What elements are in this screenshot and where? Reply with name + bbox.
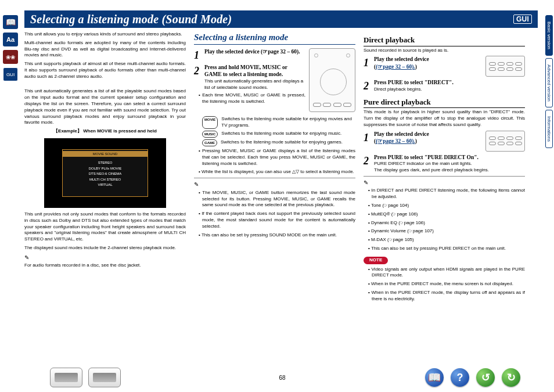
direct-heading: Direct playback <box>364 35 525 46</box>
adjust-item: • Tone (☞page 104) <box>368 203 525 209</box>
symbol-icon[interactable]: ❀❀ <box>3 50 18 64</box>
page-title-bar: Selecting a listening mode (Sound Mode) … <box>24 10 538 28</box>
note-bullet: • This can also be set by pressing SOUND… <box>199 232 355 239</box>
step-2: 2 Press and hold MOVIE, MUSIC or GAME to… <box>194 64 305 91</box>
page-number: 68 <box>279 375 285 381</box>
right-tab-rail: Basic version Advanced version Informati… <box>544 0 554 392</box>
step-1: 1 Play the selected device (☞page 32 – 6… <box>194 48 305 62</box>
note-bullet: • The MOVIE, MUSIC, or GAME button memor… <box>199 190 355 208</box>
mode-row-game: GAMESwitches to the listening mode suita… <box>202 139 355 146</box>
direct-step-1: 1 Play the selected device((☞page 32 – 6… <box>364 56 482 71</box>
pure-heading: Pure direct playback <box>364 97 525 109</box>
book-icon[interactable]: 📖 <box>3 15 18 29</box>
mode-row-music: MUSICSwitches to the listening mode suit… <box>202 131 355 138</box>
pencil-icon: ✎ <box>194 181 355 189</box>
note-item: • When in the PURE DIRECT mode, the menu… <box>368 281 525 287</box>
example-item: MULTI CH STEREO <box>63 177 148 183</box>
example-label: 【Example】 When MOVIE is pressed and held <box>24 128 186 135</box>
tab-basic[interactable]: Basic version <box>545 15 553 56</box>
intro-p3: This unit supports playback of almost al… <box>24 61 186 80</box>
remote-small-diagram <box>485 131 525 152</box>
prev-page-icon[interactable]: ↺ <box>476 368 495 387</box>
gui-badge: GUI <box>513 15 532 24</box>
direct-step-2: 2 Press PURE to select "DIRECT".Direct p… <box>364 79 525 93</box>
intro-p1: This unit allows you to enjoy various ki… <box>24 31 186 38</box>
example-item: DTS NEO:6 CINEMA <box>63 171 148 177</box>
note-item: • Video signals are only output when HDM… <box>368 267 525 279</box>
column-1: This unit allows you to enjoy various ki… <box>24 31 186 305</box>
device-rear-button[interactable] <box>88 368 121 387</box>
note-badge: NOTE <box>364 257 388 264</box>
pure-intro: This mode is for playback in higher soun… <box>364 109 525 128</box>
example-item: STEREO <box>63 160 148 166</box>
game-icon: GAME <box>202 139 217 146</box>
main-content: Selecting a listening mode (Sound Mode) … <box>21 0 544 392</box>
bullet: • While the list is displayed, you can a… <box>199 169 355 175</box>
column-3: Direct playback Sound recorded in source… <box>364 31 525 305</box>
example-header: MOVIE SOUND <box>63 151 148 157</box>
note-bullet: • If the content played back does not su… <box>199 211 355 229</box>
tab-advanced[interactable]: Advanced version <box>545 58 553 108</box>
adjust-item: • Dynamic Volume (☞page 107) <box>368 228 525 235</box>
movie-icon: MOVIE <box>202 116 218 129</box>
remote-diagram <box>309 48 355 112</box>
pencil-icon: ✎ <box>24 254 186 262</box>
pencil-icon: ✎ <box>364 179 525 187</box>
tab-info[interactable]: Informations <box>545 110 553 148</box>
column-2: Selecting a listening mode 1 Play the se… <box>194 31 355 305</box>
direct-intro: Sound recorded in source is played as is… <box>364 48 525 54</box>
example-item: DOLBY PLIIx MOVIE <box>63 166 148 172</box>
next-page-icon[interactable]: ↻ <box>502 368 520 387</box>
remote-small-diagram <box>485 56 525 77</box>
glossary-icon[interactable]: Aa <box>3 33 18 46</box>
example-screenshot: MOVIE SOUND STEREO DOLBY PLIIx MOVIE DTS… <box>44 138 166 208</box>
pure-step-2: 2 Press PURE to select "PURE DIRECT On".… <box>364 154 525 174</box>
section-subhead: Selecting a listening mode <box>194 31 355 45</box>
page-footer: 68 📖 ? ↺ ↻ <box>21 368 544 387</box>
intro-p6: The displayed sound modes include the 2-… <box>24 245 186 251</box>
bullet: • Pressing MOVIE, MUSIC or GAME displays… <box>199 148 355 167</box>
adjust-intro: • In DIRECT and PURE DIRECT listening mo… <box>368 188 525 200</box>
intro-p4: This unit automatically generates a list… <box>24 88 186 126</box>
left-icon-rail: 📖 Aa ❀❀ GUI <box>0 0 21 392</box>
page-title: Selecting a listening mode (Sound Mode) <box>30 13 232 26</box>
note-item: • When in the PURE DIRECT mode, the disp… <box>368 290 525 303</box>
example-item: VIRTUAL <box>63 182 148 188</box>
contents-icon[interactable]: 📖 <box>425 368 444 387</box>
gui-icon[interactable]: GUI <box>3 67 18 81</box>
device-front-button[interactable] <box>50 368 82 387</box>
intro-p5: This unit provides not only sound modes … <box>24 211 186 243</box>
help-icon[interactable]: ? <box>451 368 469 387</box>
adjust-item: • MultEQ® (☞page 106) <box>368 211 525 218</box>
intro-p2: Multi-channel audio formats are adopted … <box>24 40 186 59</box>
pure-step-1: 1 Play the selected device((☞page 32 – 6… <box>364 131 482 146</box>
adjust-item: • M-DAX (☞page 105) <box>368 237 525 243</box>
music-icon: MUSIC <box>202 131 218 138</box>
adjust-item: • Dynamic EQ (☞page 106) <box>368 220 525 226</box>
also-set: • This can also be set by pressing PURE … <box>368 246 525 252</box>
mode-row-movie: MOVIESwitches to the listening mode suit… <box>202 116 355 129</box>
intro-p7: For audio formats recorded in a disc, se… <box>24 262 186 269</box>
